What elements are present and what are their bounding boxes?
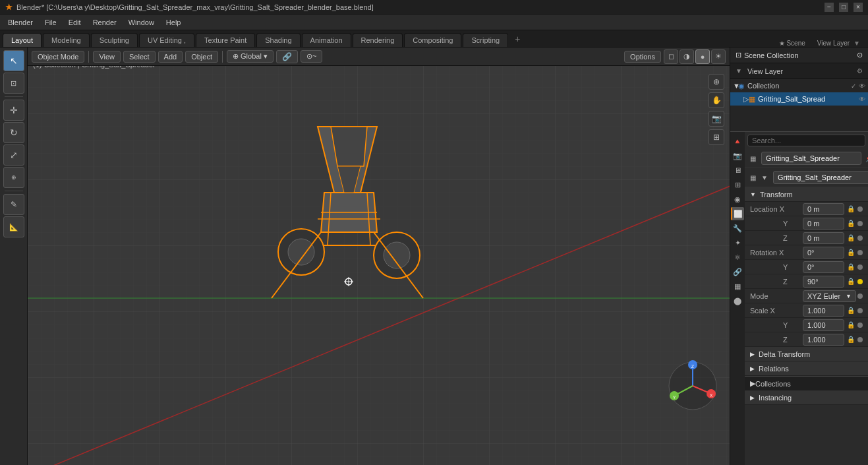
snap-controls[interactable]: 🔗: [276, 50, 298, 63]
proportional-edit[interactable]: ⊙~: [301, 50, 322, 63]
location-y-lock-icon[interactable]: 🔒: [846, 218, 856, 229]
tab-modeling[interactable]: Modeling: [43, 33, 90, 47]
view-layer-label[interactable]: View Layer: [817, 40, 850, 47]
tab-sculpting[interactable]: Sculpting: [91, 33, 138, 47]
scale-y-value[interactable]: 1.000: [803, 319, 844, 331]
tab-shading[interactable]: Shading: [256, 33, 300, 47]
wireframe-shading[interactable]: ◻: [664, 49, 678, 64]
select-box-tool[interactable]: ⊡: [3, 73, 24, 94]
relations-section[interactable]: ▶ Relations: [745, 361, 868, 376]
scale-y-lock-icon[interactable]: 🔒: [846, 320, 856, 330]
zoom-icon[interactable]: ⊕: [709, 74, 724, 90]
annotate-tool[interactable]: ✎: [3, 194, 24, 215]
physics-props-icon[interactable]: ⚛: [731, 251, 744, 264]
scale-z-lock-icon[interactable]: 🔒: [846, 334, 856, 345]
minimize-button[interactable]: −: [825, 3, 834, 12]
rotation-y-lock-icon[interactable]: 🔒: [846, 262, 856, 272]
object-name-input[interactable]: [761, 152, 861, 165]
material-props-icon[interactable]: ⬤: [731, 294, 744, 307]
menu-file[interactable]: File: [40, 17, 62, 28]
tab-texture-paint[interactable]: Texture Paint: [196, 33, 255, 47]
scale-z-value[interactable]: 1.000: [803, 334, 844, 346]
solid-shading[interactable]: ◑: [680, 49, 694, 64]
location-x-value[interactable]: 0 m: [803, 203, 844, 215]
mesh-name-input[interactable]: [773, 171, 868, 184]
rotate-tool[interactable]: ↻: [3, 122, 24, 143]
tab-rendering[interactable]: Rendering: [353, 33, 403, 47]
add-workspace-button[interactable]: +: [509, 31, 525, 47]
pin-icon[interactable]: 📌: [865, 155, 868, 162]
viewport[interactable]: Object Mode View Select Add Object ⊕ Glo…: [28, 47, 730, 465]
toggle-grid-icon[interactable]: ⊞: [709, 129, 724, 145]
material-shading[interactable]: ●: [695, 49, 710, 64]
rotation-mode-value[interactable]: XYZ Euler ▼: [803, 290, 856, 302]
navigation-gizmo[interactable]: Z X Y: [666, 359, 719, 412]
scene-props-icon[interactable]: 🔺: [731, 135, 744, 148]
modifier-props-icon[interactable]: 🔧: [731, 222, 744, 235]
object-mode-selector[interactable]: Object Mode: [32, 51, 84, 63]
delta-transform-section[interactable]: ▶ Delta Transform: [745, 347, 868, 361]
outliner-filter-icon[interactable]: ⊙: [857, 51, 863, 59]
outliner-object-item[interactable]: ▷ ▦ Gritting_Salt_Spread 👁: [730, 92, 868, 106]
object-menu[interactable]: Object: [185, 51, 218, 63]
view-layer-props-icon[interactable]: ⊞: [731, 178, 744, 191]
rotation-z-lock-icon[interactable]: 🔒: [846, 276, 856, 287]
particles-props-icon[interactable]: ✦: [731, 236, 744, 249]
scale-x-lock-icon[interactable]: 🔒: [846, 305, 856, 316]
location-x-lock-icon[interactable]: 🔒: [846, 204, 856, 214]
constraints-props-icon[interactable]: 🔗: [731, 265, 744, 278]
menu-help[interactable]: Help: [161, 17, 187, 28]
select-menu[interactable]: Select: [123, 51, 156, 63]
location-y-value[interactable]: 0 m: [803, 218, 844, 230]
location-z-value[interactable]: 0 m: [803, 232, 844, 244]
options-button[interactable]: Options: [624, 51, 661, 63]
transform-tool[interactable]: ⊕: [3, 167, 24, 188]
transform-section-header[interactable]: ▼ Transform: [745, 187, 868, 202]
camera-view-icon[interactable]: 📷: [709, 111, 724, 127]
tab-layout[interactable]: Layout: [3, 33, 42, 47]
scale-x-value[interactable]: 1.000: [803, 305, 844, 317]
rendered-shading[interactable]: ☀: [711, 49, 726, 64]
object-eye-icon[interactable]: 👁: [859, 96, 865, 103]
global-transform[interactable]: ⊕ Global ▾: [227, 50, 274, 63]
instancing-section[interactable]: ▶ Instancing: [745, 390, 868, 405]
view-layer-settings[interactable]: ⚙: [857, 67, 863, 75]
rotation-z-value[interactable]: 90°: [803, 276, 844, 288]
menu-render[interactable]: Render: [88, 17, 122, 28]
menu-edit[interactable]: Edit: [63, 17, 86, 28]
render-props-icon[interactable]: 📷: [731, 149, 744, 162]
rotation-x-value[interactable]: 0°: [803, 247, 844, 259]
tab-animation[interactable]: Animation: [302, 33, 351, 47]
move-tool[interactable]: ✛: [3, 100, 24, 121]
view-menu[interactable]: View: [93, 51, 121, 63]
rotation-x-lock-icon[interactable]: 🔒: [846, 247, 856, 258]
location-x-dot: [857, 206, 863, 212]
output-props-icon[interactable]: 🖥: [731, 164, 744, 177]
object-3d-svg: [245, 113, 456, 325]
engine-selector[interactable]: ★ Scene: [779, 40, 805, 47]
data-props-icon[interactable]: ▦: [731, 280, 744, 293]
object-props-icon[interactable]: ⬜: [731, 207, 744, 220]
menu-blender[interactable]: Blender: [3, 17, 38, 28]
collections-section[interactable]: ▶ Collections: [745, 376, 868, 390]
close-button[interactable]: ×: [854, 3, 863, 12]
outliner-collection-item[interactable]: ▼ ◉ Collection ✓ 👁: [730, 79, 868, 92]
location-z-lock-icon[interactable]: 🔒: [846, 233, 856, 243]
scene-data-icon[interactable]: ◉: [731, 193, 744, 206]
rotation-y-value[interactable]: 0°: [803, 261, 844, 273]
mesh-select-icon[interactable]: ▼: [761, 174, 768, 181]
filter-icon[interactable]: ▼: [854, 40, 860, 47]
cursor-tool[interactable]: ↖: [3, 50, 24, 71]
pan-icon[interactable]: ✋: [709, 92, 724, 108]
measure-tool[interactable]: 📐: [3, 216, 24, 237]
add-menu[interactable]: Add: [158, 51, 183, 63]
tab-compositing[interactable]: Compositing: [404, 33, 461, 47]
tab-uv-editing[interactable]: UV Editing ,: [139, 33, 194, 47]
menu-window[interactable]: Window: [123, 17, 159, 28]
props-search-input[interactable]: [747, 135, 865, 146]
tab-scripting[interactable]: Scripting: [463, 33, 508, 47]
collection-eye-icon[interactable]: 👁: [859, 82, 865, 90]
scale-tool[interactable]: ⤢: [3, 144, 24, 166]
maximize-button[interactable]: □: [839, 3, 848, 12]
collection-visibility-icon[interactable]: ✓: [851, 82, 856, 90]
